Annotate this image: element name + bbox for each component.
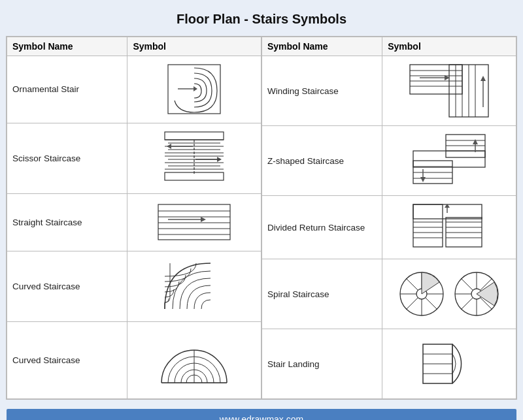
stair-name: Z-shaped Staircase	[262, 126, 382, 196]
stair-symbol	[127, 321, 262, 398]
tables-container: Symbol Name Symbol Ornamental Stair	[6, 36, 517, 400]
table-row: Scissor Staircase	[7, 123, 262, 193]
svg-line-78	[406, 278, 418, 290]
stair-symbol	[127, 251, 262, 321]
table-row: Z-shaped Staircase	[262, 126, 516, 196]
stair-symbol	[382, 196, 516, 259]
svg-line-91	[461, 298, 473, 310]
svg-marker-11	[167, 144, 171, 149]
stair-name: Divided Return Staircase	[262, 196, 382, 259]
svg-line-79	[426, 298, 437, 310]
left-table: Symbol Name Symbol Ornamental Stair	[7, 37, 262, 399]
svg-marker-56	[473, 139, 478, 144]
stair-symbol	[382, 329, 516, 399]
stair-name: Curved Staircase	[7, 321, 127, 398]
stair-symbol	[127, 56, 262, 123]
svg-rect-47	[413, 151, 485, 167]
svg-rect-59	[413, 204, 443, 247]
right-table: Symbol Name Symbol Winding Staircase	[262, 37, 516, 399]
stair-name: Spiral Staircase	[262, 259, 382, 329]
stair-name: Curved Staircase	[7, 251, 127, 321]
stair-name: Winding Staircase	[262, 56, 382, 126]
stair-name: Scissor Staircase	[7, 123, 127, 193]
svg-marker-43	[481, 76, 486, 81]
table-row: Stair Landing	[262, 329, 516, 399]
svg-rect-3	[165, 132, 224, 140]
svg-marker-58	[420, 177, 426, 182]
svg-line-88	[461, 278, 473, 290]
right-col1-header: Symbol Name	[262, 37, 382, 56]
footer-bar: www.edrawmax.com	[7, 409, 516, 420]
table-row: Curved Staircase	[7, 251, 262, 321]
stair-symbol	[127, 193, 262, 251]
table-row: Winding Staircase	[262, 56, 516, 126]
table-row: Ornamental Stair	[7, 56, 262, 123]
stair-symbol	[382, 56, 516, 126]
stair-name: Ornamental Stair	[7, 56, 127, 123]
table-row: Curved Staircase	[7, 321, 262, 398]
table-row: Divided Return Staircase	[262, 196, 516, 259]
stair-name: Stair Landing	[262, 329, 382, 399]
left-col2-header: Symbol	[127, 37, 262, 56]
svg-marker-27	[201, 217, 206, 222]
stair-name: Straight Staircase	[7, 193, 127, 251]
svg-marker-2	[194, 86, 197, 91]
left-col1-header: Symbol Name	[7, 37, 127, 56]
table-row: Straight Staircase	[7, 193, 262, 251]
svg-rect-32	[410, 65, 462, 94]
stair-symbol	[127, 123, 262, 193]
table-row: Spiral Staircase	[262, 259, 516, 329]
stair-symbol	[382, 259, 516, 329]
svg-line-81	[406, 298, 418, 310]
right-col2-header: Symbol	[382, 37, 516, 56]
page-title: Floor Plan - Stairs Symbols	[177, 12, 346, 27]
stair-symbol	[382, 126, 516, 196]
